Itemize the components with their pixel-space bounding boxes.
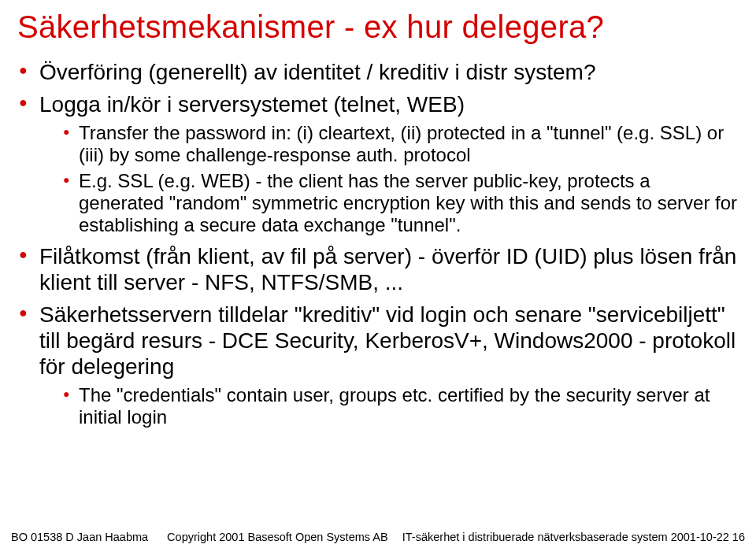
sub-bullet-list: Transfer the password in: (i) cleartext,… (39, 122, 739, 237)
slide-title: Säkerhetsmekanismer - ex hur delegera? (17, 9, 739, 45)
footer-left: BO 01538 D Jaan Haabma (11, 531, 148, 543)
sub-bullet-item: Transfer the password in: (i) cleartext,… (39, 122, 739, 167)
footer-right: IT-säkerhet i distribuerade nätverksbase… (402, 531, 745, 543)
bullet-text: Logga in/kör i serversystemet (telnet, W… (39, 92, 465, 117)
bullet-item: Säkerhetsservern tilldelar "kreditiv" vi… (17, 302, 739, 429)
bullet-text: Säkerhetsservern tilldelar "kreditiv" vi… (39, 302, 736, 379)
sub-bullet-text: E.g. SSL (e.g. WEB) - the client has the… (79, 170, 737, 236)
bullet-list: Överföring (generellt) av identitet / kr… (17, 59, 739, 428)
bullet-text: Filåtkomst (från klient, av fil på serve… (39, 244, 736, 294)
sub-bullet-item: The "credentials" contain user, groups e… (39, 384, 739, 429)
footer-center: Copyright 2001 Basesoft Open Systems AB (148, 531, 402, 543)
bullet-text: Överföring (generellt) av identitet / kr… (39, 60, 595, 84)
sub-bullet-text: The "credentials" contain user, groups e… (79, 384, 710, 428)
bullet-item: Överföring (generellt) av identitet / kr… (17, 59, 739, 85)
slide: Säkerhetsmekanismer - ex hur delegera? Ö… (0, 0, 756, 548)
sub-bullet-item: E.g. SSL (e.g. WEB) - the client has the… (39, 170, 739, 237)
bullet-item: Logga in/kör i serversystemet (telnet, W… (17, 91, 739, 237)
sub-bullet-text: Transfer the password in: (i) cleartext,… (79, 122, 724, 165)
slide-footer: BO 01538 D Jaan Haabma Copyright 2001 Ba… (0, 531, 756, 543)
sub-bullet-list: The "credentials" contain user, groups e… (39, 384, 739, 429)
bullet-item: Filåtkomst (från klient, av fil på serve… (17, 243, 739, 295)
